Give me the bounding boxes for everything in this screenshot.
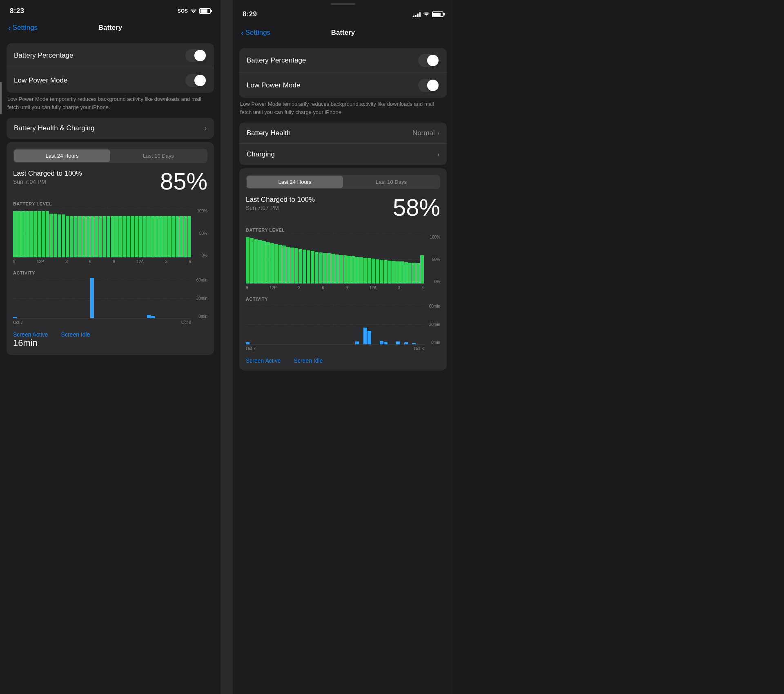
left-battery-y-labels: 100% 50% 0% [193, 209, 207, 258]
left-low-power-label: Low Power Mode [14, 76, 67, 85]
right-activity-y-0: 0min [431, 340, 440, 345]
battery-bar [412, 263, 416, 283]
battery-bar [53, 214, 57, 257]
battery-bar [250, 238, 254, 283]
battery-bar [172, 216, 175, 257]
left-screen-active-item: Screen Active 16min [13, 331, 48, 348]
battery-x-label: 12P [37, 259, 44, 264]
right-battery-bars-area [246, 235, 424, 284]
battery-x-label: 12A [369, 286, 376, 290]
right-activity-grid-0 [246, 344, 424, 345]
battery-bar [254, 239, 258, 283]
left-tab-24h[interactable]: Last 24 Hours [14, 150, 110, 162]
left-battery-health-row[interactable]: Battery Health & Charging › [7, 118, 214, 139]
battery-bar [303, 250, 306, 283]
left-screen-activity-row: Screen Active 16min Screen Idle [13, 331, 207, 348]
left-tab-10d[interactable]: Last 10 Days [110, 150, 207, 162]
battery-x-label: 3 [398, 286, 400, 290]
battery-bar [122, 216, 126, 257]
right-battery-percent-large: 58% [393, 196, 440, 219]
battery-bar [319, 252, 323, 283]
right-low-power-row[interactable]: Low Power Mode [239, 73, 447, 98]
battery-bar [258, 240, 262, 283]
right-signal-icon [413, 11, 421, 17]
right-battery-percentage-toggle[interactable] [418, 54, 439, 67]
battery-bar [246, 237, 249, 283]
battery-bar [420, 255, 424, 283]
right-battery-health-chevron-icon: › [437, 129, 439, 137]
right-battery-percentage-row[interactable]: Battery Percentage [239, 48, 447, 73]
battery-bar [404, 262, 408, 283]
battery-x-label: 3 [65, 259, 68, 264]
right-activity-bars-area [246, 304, 424, 345]
battery-bar [139, 216, 143, 257]
battery-bar [298, 249, 302, 283]
scroll-indicator [0, 82, 2, 114]
left-back-button[interactable]: ‹ Settings [8, 23, 38, 33]
right-charged-time: Sun 7:07 PM [246, 205, 315, 211]
left-battery-percentage-row[interactable]: Battery Percentage [7, 43, 214, 68]
battery-bar [155, 216, 159, 257]
battery-bar [294, 248, 298, 283]
battery-bar [127, 216, 130, 257]
left-battery-percentage-label: Battery Percentage [14, 51, 74, 60]
right-y-100: 100% [430, 235, 440, 239]
battery-bar [270, 243, 274, 283]
right-back-button[interactable]: ‹ Settings [241, 28, 270, 38]
right-battery-level-label: BATTERY LEVEL [246, 228, 440, 232]
left-screen-idle-item: Screen Idle [61, 331, 90, 348]
right-phone-panel: 8:29 ‹ Setting [233, 0, 453, 694]
right-description: Low Power Mode temporarily reduces backg… [239, 100, 447, 116]
battery-bar [21, 211, 25, 257]
right-battery-fill [433, 13, 441, 16]
right-y-50: 50% [432, 257, 440, 262]
right-charging-row[interactable]: Charging › [239, 144, 447, 165]
battery-bar [327, 253, 331, 283]
battery-bar [183, 216, 187, 257]
battery-bar [159, 216, 163, 257]
battery-x-label: 6 [189, 259, 191, 264]
battery-bar [274, 244, 278, 283]
battery-bar [315, 252, 318, 283]
right-charging-label: Charging [247, 150, 275, 158]
right-back-label: Settings [245, 29, 270, 37]
left-charged-title: Last Charged to 100% [13, 170, 82, 178]
left-battery-chart-container: 100% 50% 0% [13, 209, 207, 258]
right-activity-date-right: Oct 8 [414, 346, 424, 351]
battery-bar [311, 251, 314, 283]
battery-bar [49, 214, 53, 257]
left-battery-percentage-toggle[interactable] [185, 49, 207, 62]
right-charged-info: Last Charged to 100% Sun 7:07 PM 58% [246, 196, 440, 219]
left-nav-title: Battery [98, 24, 122, 32]
right-tab-24h[interactable]: Last 24 Hours [247, 176, 343, 188]
right-charged-title: Last Charged to 100% [246, 196, 315, 204]
right-low-power-label: Low Power Mode [247, 81, 300, 89]
battery-x-label: 12P [270, 286, 277, 290]
battery-bar [416, 263, 420, 283]
left-sos: SOS [178, 8, 188, 14]
battery-bar [307, 250, 310, 283]
signal-bar-4 [419, 12, 421, 17]
left-low-power-knob [194, 75, 206, 86]
right-activity-date-row: Oct 7 Oct 8 [246, 346, 424, 351]
battery-x-label: 9 [345, 286, 348, 290]
left-low-power-toggle[interactable] [185, 74, 207, 87]
right-battery-health-row[interactable]: Battery Health Normal › [239, 123, 447, 144]
battery-bar [179, 216, 183, 257]
right-battery-percentage-label: Battery Percentage [247, 56, 306, 65]
left-wifi-icon [190, 8, 197, 14]
battery-bar [58, 214, 61, 257]
right-nav-bar: ‹ Settings Battery [233, 25, 453, 42]
right-low-power-toggle[interactable] [418, 79, 439, 92]
right-battery-chart-section: BATTERY LEVEL 100% 50% 0% 912P36912A36 [246, 228, 440, 290]
left-activity-y-30: 30min [196, 296, 207, 301]
battery-bar [107, 216, 110, 257]
battery-bar [392, 261, 396, 283]
left-low-power-row[interactable]: Low Power Mode [7, 68, 214, 93]
left-battery-status-icon [199, 8, 211, 14]
left-activity-chart-section: ACTIVITY 60min 30min 0min Oct 7 [13, 270, 207, 325]
right-tab-10d[interactable]: Last 10 Days [343, 176, 439, 188]
right-screen-active-label: Screen Active [246, 357, 281, 364]
left-battery-bars-area [13, 209, 191, 258]
battery-x-label: 6 [89, 259, 91, 264]
